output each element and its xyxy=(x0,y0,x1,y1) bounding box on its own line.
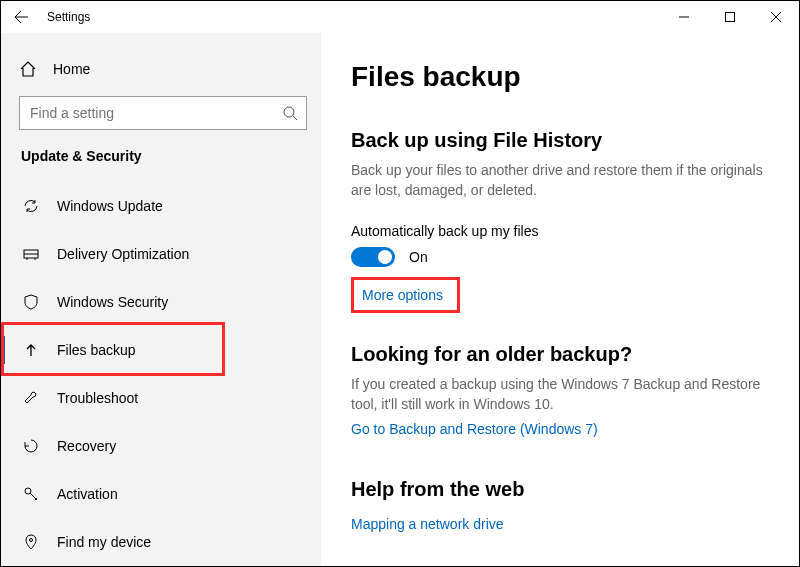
toggle-label: Automatically back up my files xyxy=(351,223,769,239)
recovery-icon xyxy=(21,437,41,455)
sidebar-category: Update & Security xyxy=(19,148,307,164)
page-title: Files backup xyxy=(351,61,769,93)
sidebar-item-label: Windows Update xyxy=(57,198,163,214)
sidebar-item-label: Find my device xyxy=(57,534,151,550)
sidebar-nav: Windows Update Delivery Optimization Win… xyxy=(19,182,307,566)
minimize-button[interactable] xyxy=(661,1,707,33)
sidebar-item-recovery[interactable]: Recovery xyxy=(19,422,307,470)
sidebar-item-find-my-device[interactable]: Find my device xyxy=(19,518,307,566)
back-button[interactable] xyxy=(7,3,35,31)
search-icon xyxy=(282,105,298,121)
svg-point-4 xyxy=(30,539,33,542)
sidebar-item-label: Delivery Optimization xyxy=(57,246,189,262)
sidebar-item-label: Windows Security xyxy=(57,294,168,310)
arrow-left-icon xyxy=(13,9,29,25)
sidebar: Home Update & Security Windows Update De… xyxy=(1,33,321,566)
home-label: Home xyxy=(53,61,90,77)
sync-icon xyxy=(21,197,41,215)
more-options-link[interactable]: More options xyxy=(362,287,443,303)
close-icon xyxy=(771,12,781,22)
shield-icon xyxy=(21,293,41,311)
backup-restore-link[interactable]: Go to Backup and Restore (Windows 7) xyxy=(351,421,598,437)
section-title-older-backup: Looking for an older backup? xyxy=(351,343,769,366)
help-link-mapping-drive[interactable]: Mapping a network drive xyxy=(351,516,504,532)
delivery-icon xyxy=(21,245,41,263)
section-desc-file-history: Back up your files to another drive and … xyxy=(351,160,769,201)
window-title: Settings xyxy=(47,10,90,24)
window-body: Home Update & Security Windows Update De… xyxy=(1,33,799,566)
window-controls xyxy=(661,1,799,33)
settings-window: Settings Home Update & Security xyxy=(0,0,800,567)
sidebar-item-delivery-optimization[interactable]: Delivery Optimization xyxy=(19,230,307,278)
section-desc-older-backup: If you created a backup using the Window… xyxy=(351,374,769,415)
help-title: Help from the web xyxy=(351,478,769,501)
sidebar-item-windows-security[interactable]: Windows Security xyxy=(19,278,307,326)
section-title-file-history: Back up using File History xyxy=(351,129,769,152)
sidebar-item-label: Troubleshoot xyxy=(57,390,138,406)
main-panel: Files backup Back up using File History … xyxy=(321,33,799,566)
toggle-row: On xyxy=(351,247,769,267)
close-button[interactable] xyxy=(753,1,799,33)
toggle-knob xyxy=(378,250,392,264)
titlebar: Settings xyxy=(1,1,799,33)
sidebar-item-troubleshoot[interactable]: Troubleshoot xyxy=(19,374,307,422)
home-icon xyxy=(19,60,37,78)
wrench-icon xyxy=(21,389,41,407)
maximize-button[interactable] xyxy=(707,1,753,33)
sidebar-item-label: Recovery xyxy=(57,438,116,454)
sidebar-item-windows-update[interactable]: Windows Update xyxy=(19,182,307,230)
auto-backup-toggle[interactable] xyxy=(351,247,395,267)
toggle-state: On xyxy=(409,249,428,265)
annotation-highlight-more-options: More options xyxy=(351,277,460,313)
svg-rect-0 xyxy=(726,13,735,22)
sidebar-item-label: Activation xyxy=(57,486,118,502)
key-icon xyxy=(21,485,41,503)
backup-arrow-icon xyxy=(21,341,41,359)
home-button[interactable]: Home xyxy=(19,51,307,86)
location-icon xyxy=(21,533,41,551)
sidebar-item-files-backup[interactable]: Files backup xyxy=(19,326,307,374)
search-input[interactable] xyxy=(30,105,272,121)
svg-point-1 xyxy=(284,107,294,117)
maximize-icon xyxy=(725,12,735,22)
search-box[interactable] xyxy=(19,96,307,130)
sidebar-item-activation[interactable]: Activation xyxy=(19,470,307,518)
sidebar-item-label: Files backup xyxy=(57,342,136,358)
minimize-icon xyxy=(679,12,689,22)
